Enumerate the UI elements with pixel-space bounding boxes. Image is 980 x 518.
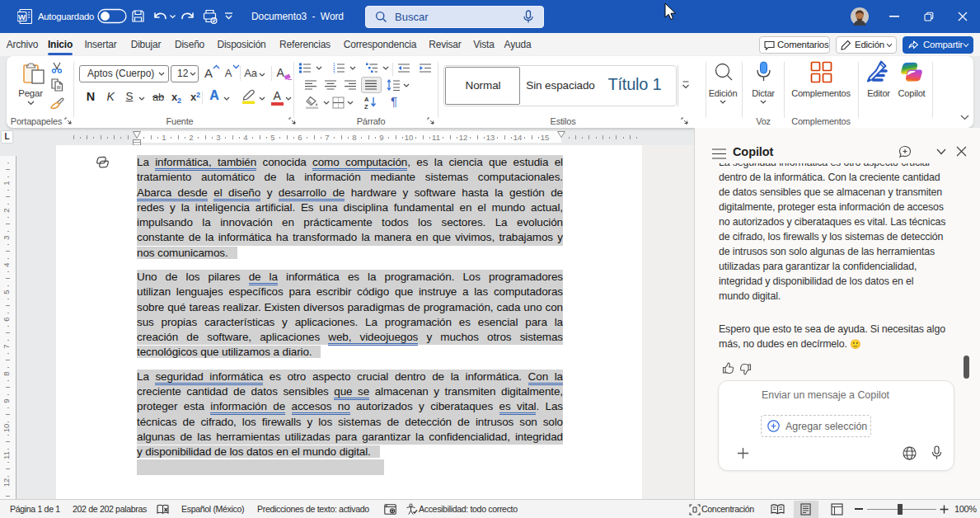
svg-text:W: W <box>18 12 26 21</box>
svg-text:3: 3 <box>333 71 335 74</box>
svg-text:Z: Z <box>364 103 368 110</box>
